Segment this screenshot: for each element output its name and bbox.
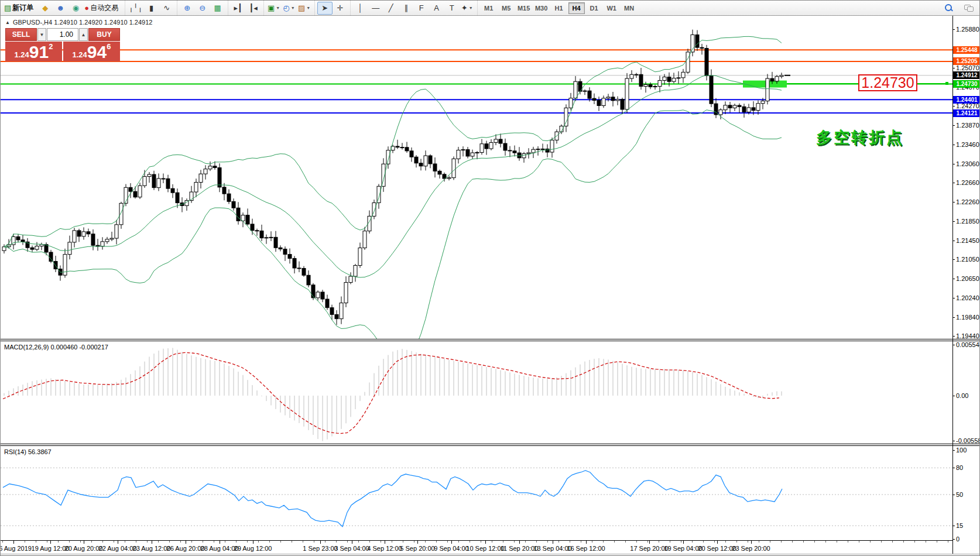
sell-price-prefix: 1.24 [15,50,29,59]
sell-price-button[interactable]: 1.24 91 2 [5,42,62,61]
timeframe-h1-button[interactable]: H1 [551,2,567,14]
template-button[interactable]: ▨▼ [297,2,312,15]
time-tick-label: 28 Aug 04:00 [201,545,239,552]
community-button[interactable]: ☻ [53,2,68,15]
rsi-tick-label: 0 [956,536,960,543]
time-minor-tick [358,541,359,543]
time-minor-tick [314,541,314,543]
cursor-icon: ➤ [321,4,328,12]
zoom-out-icon: ⊖ [199,4,205,12]
price-tick-mark [952,221,955,222]
time-tick-mark [717,541,718,544]
time-tick-label: 11 Sep 20:00 [501,545,539,552]
chevron-down-icon: ▼ [291,6,295,10]
time-minor-tick [425,541,426,543]
time-minor-tick [636,541,637,543]
crosshair-button[interactable]: ✛ [333,2,348,15]
bar-chart-mode-button[interactable]: ╷╵╷ [128,2,143,15]
time-minor-tick [91,541,92,543]
price-tick-mark [952,183,955,183]
pivot-line-handle[interactable] [945,82,948,85]
macd-chart-surface[interactable] [1,341,952,444]
chart-shift-button[interactable]: ┃◂ [246,2,261,15]
time-minor-tick [670,541,670,543]
rsi-chart-surface[interactable] [1,446,952,540]
pivot-note-text[interactable]: 多空转折点 [816,127,904,148]
timeframe-m30-button[interactable]: M30 [533,2,550,14]
auto-scroll-button[interactable]: ▸┃ [231,2,246,15]
time-minor-tick [948,541,948,543]
text-button[interactable]: A [429,2,444,15]
cursor-button[interactable]: ➤ [317,2,333,15]
volume-step-up-button[interactable]: ▲ [79,28,88,41]
main-chart-surface[interactable] [1,16,952,339]
time-minor-tick [258,541,259,543]
time-minor-tick [203,541,203,543]
timeframe-m1-button[interactable]: M1 [481,2,497,14]
timeframe-m15-button[interactable]: M15 [516,2,532,14]
line-chart-mode-button[interactable]: ∿ [159,2,174,15]
channel-button[interactable]: ∥ [399,2,414,15]
signals-button[interactable]: ◉ [68,2,83,15]
search-button[interactable] [941,2,956,15]
period-icon: ◴ [283,4,290,12]
time-tick-mark [683,541,684,544]
collapse-panel-icon[interactable]: ▲ [5,20,10,25]
price-tick-label: 1.24270 [956,102,979,109]
buy-button[interactable]: BUY [88,28,120,41]
time-tick-label: 26 Aug 20:00 [167,545,205,552]
price-level-badge: 1.24912 [953,71,980,79]
timeframe-h4-button[interactable]: H4 [568,2,585,14]
buy-price-pip: 6 [107,42,111,51]
period-button[interactable]: ◴▼ [282,2,297,15]
time-minor-tick [736,541,737,543]
buy-price-button[interactable]: 1.24 94 6 [63,42,120,61]
new-chart-button[interactable]: ▣▼ [266,2,282,15]
price-tick-mark [952,125,955,126]
market-watch-button[interactable]: ◆ [37,2,53,15]
rsi-tick-mark [952,450,955,451]
auto-trading-button[interactable]: ●自动交易 [83,2,122,15]
new-order-button[interactable]: ▤新订单 [3,2,37,15]
time-tick-mark [84,541,84,544]
time-tick-label: 22 Aug 04:00 [99,545,137,552]
zoom-in-button[interactable]: ⊕ [180,2,195,15]
vertical-line-button[interactable]: │ [353,2,368,15]
volume-input[interactable]: 1.00 [47,28,78,41]
timeframe-d1-button[interactable]: D1 [586,2,602,14]
time-tick-label: 20 Sep 12:00 [698,545,736,552]
time-tick-label: 20 Aug 20:00 [65,545,103,552]
time-minor-tick [703,541,704,543]
price-tick-label: 1.23460 [956,141,979,148]
timeframe-mn-button[interactable]: MN [621,2,638,14]
time-minor-tick [436,541,437,543]
time-minor-tick [592,541,592,543]
time-minor-tick [714,541,715,543]
text-label-button[interactable]: T [444,2,460,15]
time-minor-tick [47,541,47,543]
shapes-button[interactable]: ✦▼ [460,2,475,15]
trendline-button[interactable]: ╱ [383,2,399,15]
candlestick-mode-button[interactable]: ▮ [144,2,159,15]
zoom-out-button[interactable]: ⊖ [195,2,210,15]
sell-button[interactable]: SELL [5,28,37,41]
price-tick-label: 1.21450 [956,237,979,244]
volume-step-down-button[interactable]: ▼ [37,28,46,41]
time-minor-tick [759,541,759,543]
horizontal-line-button[interactable]: — [368,2,383,15]
pivot-price-callout[interactable]: 1.24730 [858,74,917,91]
timeframe-m5-button[interactable]: M5 [498,2,515,14]
time-axis[interactable]: 16 Aug 201919 Aug 12:0020 Aug 20:0022 Au… [1,540,952,554]
buy-price-main: 94 [87,44,107,60]
text-label-icon: T [450,4,454,12]
time-minor-tick [870,541,871,543]
time-minor-tick [325,541,325,543]
time-minor-tick [336,541,337,543]
timeframe-w1-button[interactable]: W1 [604,2,620,14]
tile-windows-button[interactable]: ▦ [210,2,225,15]
chat-button[interactable] [961,2,976,15]
macd-tick-mark [952,396,955,396]
fibonacci-button[interactable]: F [414,2,429,15]
symbol-quote-text: GBPUSD-,H4 1.24910 1.24920 1.24910 1.249… [13,19,153,26]
time-tick-mark [320,541,321,544]
